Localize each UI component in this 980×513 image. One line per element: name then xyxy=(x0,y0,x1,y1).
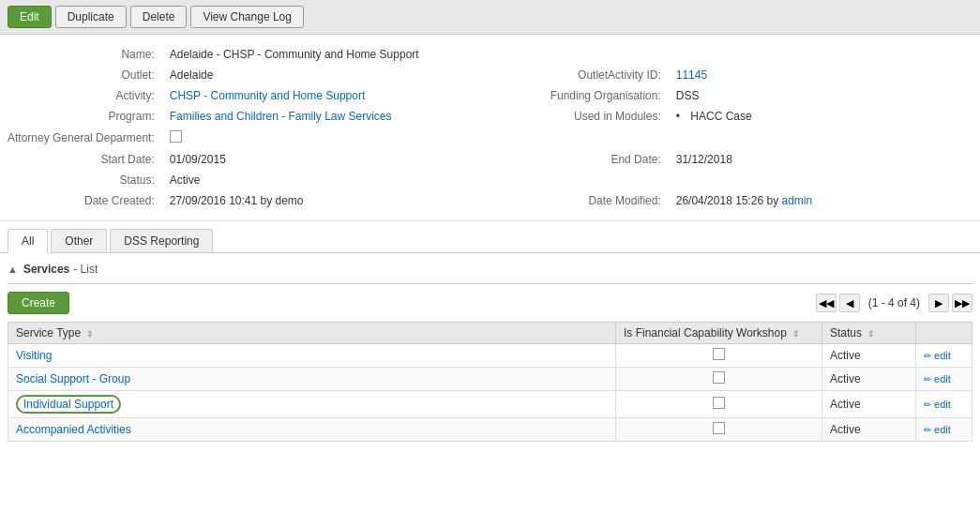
attorney-row: Attorney General Deparment: xyxy=(0,127,980,149)
duplicate-button[interactable]: Duplicate xyxy=(55,6,127,28)
attorney-checkbox-display[interactable] xyxy=(170,130,182,143)
tab-other[interactable]: Other xyxy=(51,229,107,252)
table-row: Individual SupportActive✏ edit xyxy=(8,391,972,418)
fcw-cell xyxy=(616,418,822,442)
first-page-button[interactable]: ◀◀ xyxy=(816,294,837,312)
used-in-modules-label: Used in Modules: xyxy=(519,106,669,127)
outlet-value: Adelaide xyxy=(162,65,519,85)
create-button[interactable]: Create xyxy=(8,292,69,314)
services-table: Service Type ⇕ Is Financial Capability W… xyxy=(8,322,972,442)
used-in-modules-value: • HACC Case xyxy=(669,106,980,127)
edit-cell: ✏ edit xyxy=(916,391,972,418)
date-created-label: Date Created: xyxy=(0,190,162,211)
table-row: Social Support - GroupActive✏ edit xyxy=(8,368,972,391)
col-is-fcw[interactable]: Is Financial Capability Workshop ⇕ xyxy=(616,323,822,344)
detail-section: Name: Adelaide - CHSP - Community and Ho… xyxy=(0,35,980,221)
outlet-row: Outlet: Adelaide OutletActivity ID: 1114… xyxy=(0,65,980,85)
date-modified-value: 26/04/2018 15:26 by admin xyxy=(669,190,980,211)
edit-cell: ✏ edit xyxy=(916,418,972,442)
activity-value: CHSP - Community and Home Support xyxy=(162,85,519,106)
program-value: Families and Children - Family Law Servi… xyxy=(162,106,519,127)
fcw-checkbox[interactable] xyxy=(713,422,725,434)
end-date-label: End Date: xyxy=(519,149,669,170)
col-service-type[interactable]: Service Type ⇕ xyxy=(8,323,616,344)
col-status[interactable]: Status ⇕ xyxy=(822,323,916,344)
program-row: Program: Families and Children - Family … xyxy=(0,106,980,127)
table-header-row: Service Type ⇕ Is Financial Capability W… xyxy=(8,323,972,344)
prev-page-button[interactable]: ◀ xyxy=(839,294,860,312)
collapse-icon[interactable]: ▲ xyxy=(8,264,18,275)
status-cell: Active xyxy=(822,344,916,368)
toolbar: Edit Duplicate Delete View Change Log xyxy=(0,0,980,35)
admin-link[interactable]: admin xyxy=(782,194,813,207)
outlet-label: Outlet: xyxy=(0,65,162,85)
service-type-link[interactable]: Social Support - Group xyxy=(16,372,130,385)
table-row: VisitingActive✏ edit xyxy=(8,344,972,368)
fcw-checkbox[interactable] xyxy=(713,371,725,384)
attorney-label: Attorney General Deparment: xyxy=(0,127,162,149)
edit-link[interactable]: ✏ edit xyxy=(924,399,951,410)
fcw-checkbox[interactable] xyxy=(713,397,725,409)
edit-link[interactable]: ✏ edit xyxy=(924,424,951,435)
pagination-info: (1 - 4 of 4) xyxy=(863,296,926,309)
edit-link[interactable]: ✏ edit xyxy=(924,373,951,385)
last-page-button[interactable]: ▶▶ xyxy=(952,294,972,312)
fcw-cell xyxy=(616,391,822,418)
outlet-activity-id-value: 11145 xyxy=(669,65,980,85)
service-type-cell: Social Support - Group xyxy=(8,368,616,391)
tab-all[interactable]: All xyxy=(8,229,48,253)
service-type-link[interactable]: Individual Support xyxy=(16,398,121,411)
section-title: Services xyxy=(23,263,69,276)
activity-link[interactable]: CHSP - Community and Home Support xyxy=(170,89,366,102)
fcw-cell xyxy=(616,344,822,368)
status-label: Status: xyxy=(0,170,162,190)
delete-button[interactable]: Delete xyxy=(130,6,188,28)
status-row: Status: Active xyxy=(0,170,980,190)
view-change-log-button[interactable]: View Change Log xyxy=(190,6,304,28)
fcw-checkbox[interactable] xyxy=(713,348,725,360)
section-header: ▲ Services - List xyxy=(8,259,972,279)
status-cell: Active xyxy=(822,368,916,391)
edit-button[interactable]: Edit xyxy=(8,6,52,28)
tab-dss-reporting[interactable]: DSS Reporting xyxy=(110,229,213,252)
end-date-value: 31/12/2018 xyxy=(669,149,980,170)
sort-icon-status: ⇕ xyxy=(867,329,875,339)
service-type-cell: Individual Support xyxy=(8,391,616,418)
service-type-cell: Visiting xyxy=(8,344,616,368)
outlet-activity-id-link[interactable]: 11145 xyxy=(676,68,707,82)
table-row: Accompanied ActivitiesActive✏ edit xyxy=(8,418,972,442)
edit-cell: ✏ edit xyxy=(916,368,972,391)
dates-row: Start Date: 01/09/2015 End Date: 31/12/2… xyxy=(0,149,980,170)
sort-icon-fcw: ⇕ xyxy=(792,329,800,339)
name-label: Name: xyxy=(0,44,162,65)
edit-cell: ✏ edit xyxy=(916,344,972,368)
service-type-link[interactable]: Accompanied Activities xyxy=(16,423,131,436)
name-value: Adelaide - CHSP - Community and Home Sup… xyxy=(162,44,519,65)
service-type-link[interactable]: Visiting xyxy=(16,349,52,362)
name-row: Name: Adelaide - CHSP - Community and Ho… xyxy=(0,44,980,65)
section-divider xyxy=(8,283,972,284)
tabs-bar: All Other DSS Reporting xyxy=(0,221,980,253)
list-toolbar: Create ◀◀ ◀ (1 - 4 of 4) ▶ ▶▶ xyxy=(8,288,972,318)
section-subtitle: - List xyxy=(73,263,98,276)
services-section: ▲ Services - List Create ◀◀ ◀ (1 - 4 of … xyxy=(0,253,980,447)
sort-icon-service-type: ⇕ xyxy=(86,329,94,339)
status-cell: Active xyxy=(822,418,916,442)
bullet-icon: • xyxy=(676,110,680,123)
fcw-cell xyxy=(616,368,822,391)
outlet-activity-id-label: OutletActivity ID: xyxy=(519,65,669,85)
status-cell: Active xyxy=(822,391,916,418)
col-actions xyxy=(916,323,972,344)
activity-row: Activity: CHSP - Community and Home Supp… xyxy=(0,85,980,106)
funding-org-label: Funding Organisation: xyxy=(519,85,669,106)
dates-meta-row: Date Created: 27/09/2016 10:41 by demo D… xyxy=(0,190,980,211)
funding-org-value: DSS xyxy=(669,85,980,106)
activity-label: Activity: xyxy=(0,85,162,106)
detail-table: Name: Adelaide - CHSP - Community and Ho… xyxy=(0,44,980,211)
attorney-checkbox xyxy=(162,127,519,149)
status-value: Active xyxy=(162,170,519,190)
program-link[interactable]: Families and Children - Family Law Servi… xyxy=(170,110,392,123)
next-page-button[interactable]: ▶ xyxy=(928,294,949,312)
start-date-label: Start Date: xyxy=(0,149,162,170)
edit-link[interactable]: ✏ edit xyxy=(924,350,951,361)
